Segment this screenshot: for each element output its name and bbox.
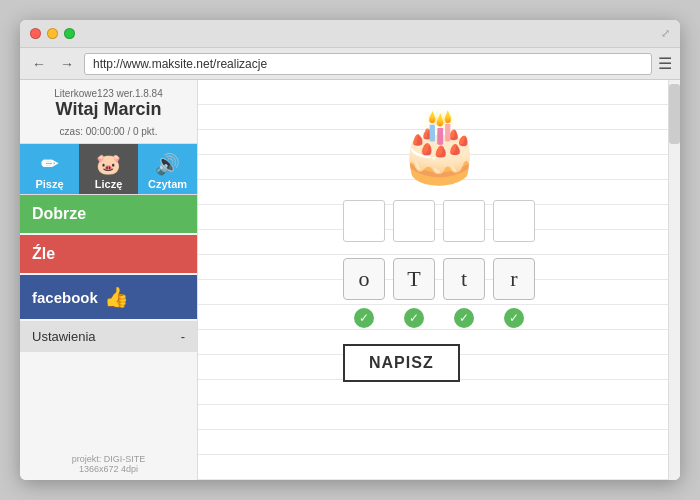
check-mark-2: ✓ xyxy=(393,308,435,328)
content-area: 🎂 o T t r ✓ xyxy=(198,80,680,480)
facebook-label: facebook xyxy=(32,289,98,306)
nav-piszę[interactable]: ✏ Piszę xyxy=(20,144,79,194)
address-bar[interactable] xyxy=(84,53,652,75)
minimize-button[interactable] xyxy=(47,28,58,39)
thumbs-up-icon: 👍 xyxy=(104,285,129,309)
check-mark-3: ✓ xyxy=(443,308,485,328)
footer-line2: 1366x672 4dpi xyxy=(26,464,191,474)
check-mark-4: ✓ xyxy=(493,308,535,328)
answer-section: o T t r ✓ ✓ ✓ ✓ xyxy=(343,258,535,382)
sidebar-header: Literkowe123 wer.1.8.84 Witaj Marcin xyxy=(20,80,197,124)
toolbar: ← → ☰ xyxy=(20,48,680,80)
settings-label: Ustawienia xyxy=(32,329,96,344)
zle-button[interactable]: Źle xyxy=(20,235,197,273)
letter-boxes xyxy=(343,200,535,242)
forward-button[interactable]: → xyxy=(56,54,78,74)
maximize-button[interactable] xyxy=(64,28,75,39)
close-button[interactable] xyxy=(30,28,41,39)
answer-boxes: o T t r xyxy=(343,258,535,300)
scrollbar-thumb[interactable] xyxy=(669,84,680,144)
browser-menu-button[interactable]: ☰ xyxy=(658,54,672,73)
nav-piszę-label: Piszę xyxy=(35,178,63,190)
napisz-button[interactable]: NAPISZ xyxy=(343,344,460,382)
settings-dash: - xyxy=(181,329,185,344)
title-bar: ⤢ xyxy=(20,20,680,48)
nav-czytam-label: Czytam xyxy=(148,178,187,190)
answer-box-t[interactable]: t xyxy=(443,258,485,300)
main-content: Literkowe123 wer.1.8.84 Witaj Marcin cza… xyxy=(20,80,680,480)
check-mark-1: ✓ xyxy=(343,308,385,328)
cake-image: 🎂 xyxy=(396,110,483,180)
scrollbar[interactable] xyxy=(668,80,680,480)
letter-box-4[interactable] xyxy=(493,200,535,242)
settings-button[interactable]: Ustawienia - xyxy=(20,321,197,352)
version-text: Literkowe123 wer.1.8.84 xyxy=(30,88,187,99)
check-circle-3: ✓ xyxy=(454,308,474,328)
cake-emoji: 🎂 xyxy=(396,106,483,184)
check-circle-1: ✓ xyxy=(354,308,374,328)
time-display: czas: 00:00:00 / 0 pkt. xyxy=(20,124,197,144)
facebook-button[interactable]: facebook 👍 xyxy=(20,275,197,319)
answer-box-r[interactable]: r xyxy=(493,258,535,300)
nav-czytam[interactable]: 🔊 Czytam xyxy=(138,144,197,194)
resize-icon: ⤢ xyxy=(661,27,670,40)
nav-buttons: ✏ Piszę 🐷 Liczę 🔊 Czytam xyxy=(20,144,197,195)
nav-liczę-label: Liczę xyxy=(95,178,123,190)
back-button[interactable]: ← xyxy=(28,54,50,74)
letter-box-3[interactable] xyxy=(443,200,485,242)
dobrze-button[interactable]: Dobrze xyxy=(20,195,197,233)
check-marks: ✓ ✓ ✓ ✓ xyxy=(343,308,535,328)
letter-box-2[interactable] xyxy=(393,200,435,242)
letter-box-1[interactable] xyxy=(343,200,385,242)
sidebar: Literkowe123 wer.1.8.84 Witaj Marcin cza… xyxy=(20,80,198,480)
pencil-icon: ✏ xyxy=(41,152,58,176)
welcome-text: Witaj Marcin xyxy=(30,99,187,120)
answer-box-T[interactable]: T xyxy=(393,258,435,300)
piggy-icon: 🐷 xyxy=(96,152,121,176)
check-circle-2: ✓ xyxy=(404,308,424,328)
sound-icon: 🔊 xyxy=(155,152,180,176)
browser-window: ⤢ ← → ☰ Literkowe123 wer.1.8.84 Witaj Ma… xyxy=(20,20,680,480)
answer-box-o[interactable]: o xyxy=(343,258,385,300)
check-circle-4: ✓ xyxy=(504,308,524,328)
sidebar-footer: projekt: DIGI-SITE 1366x672 4dpi xyxy=(20,448,197,480)
nav-liczę[interactable]: 🐷 Liczę xyxy=(79,144,138,194)
footer-line1: projekt: DIGI-SITE xyxy=(26,454,191,464)
